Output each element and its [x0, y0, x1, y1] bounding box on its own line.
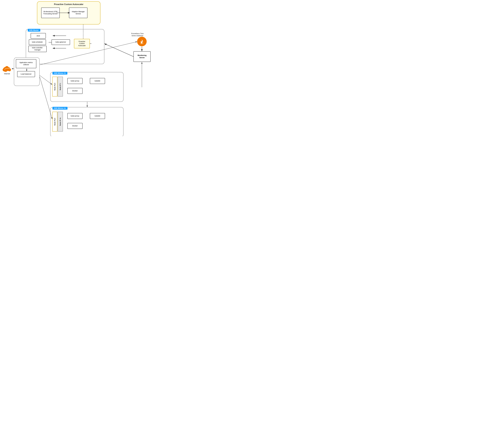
node-port-n-box: Node Port	[52, 112, 57, 131]
etcd-box: etcd	[31, 33, 46, 39]
node-ip-1-box: Node IP 1	[58, 77, 63, 96]
diagram-container: Proactive Custom Autoscaler Bi-direction…	[0, 0, 159, 136]
internet-label: Internet	[2, 73, 12, 75]
lstm-box: Bi-directional LSTM Forecasting Service	[41, 8, 60, 18]
app-metrics-box: Application metrics collector	[16, 59, 36, 68]
docker-n-box: Docker	[67, 123, 82, 129]
kubelet-1-box: kubelet	[90, 78, 105, 84]
internet-cloud-icon	[2, 65, 12, 72]
proactive-autoscaler-inner-box: Proactive Custom Autoscaler	[74, 39, 90, 48]
kube-controller-box: kube-controller- manager	[28, 46, 47, 52]
node-port-1-box: Node Port	[52, 77, 57, 96]
kube-proxy-1-box: kube-proxy	[67, 78, 82, 84]
node-ip-n-box: Node IP #n	[58, 112, 63, 131]
k8s-minionn-label: K8S Minion #n	[53, 107, 68, 110]
kubelet-n-box: kubelet	[90, 113, 105, 119]
autoscaler-outer-label: Proactive Custom Autoscaler	[37, 3, 100, 6]
k8s-minion1-label: K8S Minion #1	[53, 72, 67, 74]
docker-1-box: Docker	[67, 88, 82, 94]
k8s-master-label: K8S Master	[28, 29, 40, 32]
load-balancer-box: Load balancer	[17, 71, 35, 77]
svg-line-9	[104, 44, 134, 56]
autoscaler-outer-box: Proactive Custom Autoscaler Bi-direction…	[37, 1, 100, 24]
prometheus-label: Prometheus Time Series Database	[128, 33, 147, 37]
kube-scheduler-box: kube-scheduler	[29, 39, 46, 45]
kube-proxy-n-box: kube-proxy	[67, 113, 82, 119]
kube-apiserver-box: kube-apiserver	[52, 39, 70, 45]
monitoring-server-box: Monitoring Server	[134, 51, 151, 62]
svg-point-23	[5, 66, 9, 70]
prometheus-icon	[137, 37, 147, 46]
adaption-box: Adaption Manager Service	[69, 8, 88, 18]
